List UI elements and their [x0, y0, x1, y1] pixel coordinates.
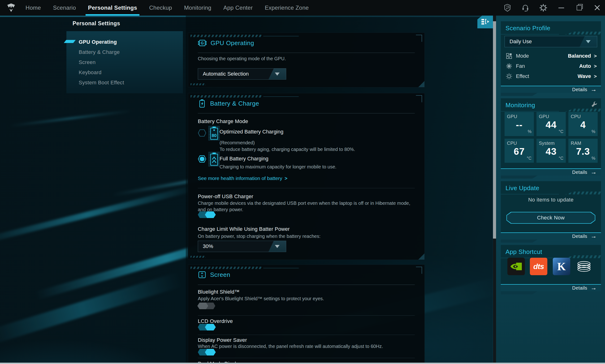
app-shortcut-card: App Shortcut dts K [501, 245, 601, 295]
right-panel: Scenario Profile Daily Use [496, 16, 605, 364]
gpu-operating-card: G GPU Operating Choosing the operating m… [188, 33, 425, 87]
app-shortcut-details-button[interactable]: Details → [501, 284, 601, 291]
battery-80-icon: 80 [209, 126, 220, 141]
settings-menu: GPU Operating Battery & Charge Screen Ke… [66, 31, 183, 93]
bluelight-shield-toggle[interactable] [198, 303, 215, 309]
hatch-decoration [190, 35, 261, 37]
charge-limit-dropdown[interactable]: 30% [198, 241, 286, 252]
card-title: Monitoring [505, 102, 535, 109]
live-update-card: Live Update No items to update Check Now… [501, 181, 601, 243]
screen-card: Screen Bluelight Shield™ Apply Acer's Bl… [188, 265, 425, 364]
battery-icon [198, 99, 206, 108]
svg-text:80: 80 [211, 133, 216, 138]
active-item-marker [64, 40, 76, 43]
chevron-down-icon [275, 73, 280, 76]
monitoring-grid: GPU -- % GPU 44 °C CPU 4 % [505, 112, 598, 163]
mode-row[interactable]: Mode Balanced > [505, 52, 597, 60]
sidebar-item-gpu-operating[interactable]: GPU Operating [79, 39, 117, 45]
planet9-badge-icon[interactable] [503, 4, 512, 12]
ram-usage-tile: RAM 7.3 % [568, 139, 598, 163]
charge-limit-description: On battery power, stop charging when the… [198, 233, 320, 239]
killer-control-center-icon[interactable]: K [553, 258, 570, 275]
cpu-usage-tile: CPU 4 % [568, 112, 598, 136]
lcd-overdrive-label: LCD Overdrive [198, 318, 233, 324]
chevron-right-icon: > [594, 73, 597, 79]
radio-optimized-charging[interactable] [198, 129, 206, 137]
sidebar-item-screen[interactable]: Screen [79, 59, 96, 65]
section-title: GPU Operating [210, 39, 254, 47]
collapse-panel-tab[interactable] [477, 16, 493, 28]
chevron-down-icon [586, 40, 591, 43]
fan-row[interactable]: Fan Auto > [505, 62, 597, 70]
restore-icon[interactable] [575, 4, 583, 12]
display-power-saver-description: When AC power is disconnected, the panel… [198, 343, 383, 350]
dropdown-value: Automatic Selection [203, 71, 249, 77]
card-title: App Shortcut [505, 248, 542, 256]
card-title: Live Update [505, 184, 539, 192]
gpu-description: Choosing the operating mode of the GPU. [198, 55, 286, 62]
effect-row[interactable]: Effect Wave > [505, 72, 597, 80]
option-description: To reduce battery aging, charging capaci… [220, 147, 355, 152]
minimize-icon[interactable] [557, 4, 565, 12]
scenario-profile-dropdown[interactable]: Daily Use [505, 36, 597, 47]
settings-gear-icon[interactable] [539, 4, 547, 12]
wrench-icon[interactable] [591, 101, 598, 108]
tab-monitoring[interactable]: Monitoring [184, 0, 212, 16]
sidebar-item-battery-charge[interactable]: Battery & Charge [79, 49, 120, 55]
tab-experience-zone[interactable]: Experience Zone [264, 0, 309, 16]
tab-scenario[interactable]: Scenario [53, 0, 76, 16]
sidebar-item-system-boot-effect[interactable]: System Boot Effect [79, 80, 124, 86]
usb-charger-toggle[interactable] [198, 211, 215, 218]
coil-spiral-icon[interactable] [575, 258, 593, 275]
lighting-effect-icon [505, 73, 513, 80]
lcd-overdrive-toggle[interactable] [198, 324, 215, 330]
chevron-right-icon: > [285, 176, 287, 181]
titlebar: Home Scenario Personal Settings Checkup … [0, 0, 605, 16]
dropdown-value: 30% [203, 243, 213, 249]
usb-charger-description: Charge mobile devices via the designated… [198, 200, 410, 213]
usb-charger-label: Power-off USB Charger [198, 194, 253, 200]
predator-logo-icon [5, 2, 17, 13]
tab-home[interactable]: Home [25, 0, 41, 16]
battery-full-icon [209, 152, 220, 167]
gpu-temp-tile: GPU 44 °C [537, 112, 566, 136]
screen-icon [198, 271, 206, 279]
arrow-right-icon: → [591, 86, 597, 93]
scrollbar-thumb[interactable] [493, 21, 496, 239]
chevron-down-icon [275, 245, 280, 248]
tab-personal-settings[interactable]: Personal Settings [87, 0, 138, 16]
option-label: Full Battery Charging [220, 156, 268, 162]
bluelight-shield-label: Bluelight Shield™ [198, 289, 240, 295]
main-area: Personal Settings GPU Operating Battery … [0, 16, 605, 364]
list-panel-icon [480, 18, 490, 26]
tab-checkup[interactable]: Checkup [149, 0, 172, 16]
system-temp-tile: System 43 °C [537, 139, 566, 163]
predatorsense-window: Home Scenario Personal Settings Checkup … [0, 0, 605, 364]
arrow-right-icon: → [591, 284, 597, 291]
battery-health-link[interactable]: See more health information of battery > [198, 176, 287, 181]
support-headset-icon[interactable] [521, 4, 529, 12]
nvidia-geforce-icon[interactable] [507, 258, 525, 275]
gpu-mode-dropdown[interactable]: Automatic Selection [198, 68, 286, 80]
tab-app-center[interactable]: App Center [223, 0, 253, 16]
arrow-right-icon: → [591, 168, 597, 176]
card-title: Scenario Profile [505, 25, 550, 32]
arrow-right-icon: → [591, 232, 597, 239]
check-now-button[interactable]: Check Now [506, 212, 595, 224]
charge-limit-label: Charge Limit While Using Batter Power [198, 226, 290, 232]
close-icon[interactable] [593, 4, 601, 12]
chevron-right-icon: > [594, 53, 597, 59]
bluelight-shield-description: Apply Acer's Bluelight Shield™ settings … [198, 296, 324, 302]
display-power-saver-toggle[interactable] [198, 349, 215, 355]
section-title: Battery & Charge [210, 100, 259, 107]
sidebar-item-keyboard[interactable]: Keyboard [79, 69, 102, 76]
scenario-details-button[interactable]: Details → [501, 86, 601, 93]
monitoring-details-button[interactable]: Details → [501, 169, 601, 176]
main-nav: Home Scenario Personal Settings Checkup … [25, 0, 309, 16]
radio-full-charging[interactable] [198, 155, 206, 163]
live-update-details-button[interactable]: Details → [501, 233, 601, 239]
dts-audio-icon[interactable]: dts [530, 258, 547, 275]
battery-charge-mode-label: Battery Charge Mode [198, 118, 248, 125]
no-updates-message: No items to update [501, 197, 601, 203]
option-note: (Recommended) [220, 140, 255, 145]
